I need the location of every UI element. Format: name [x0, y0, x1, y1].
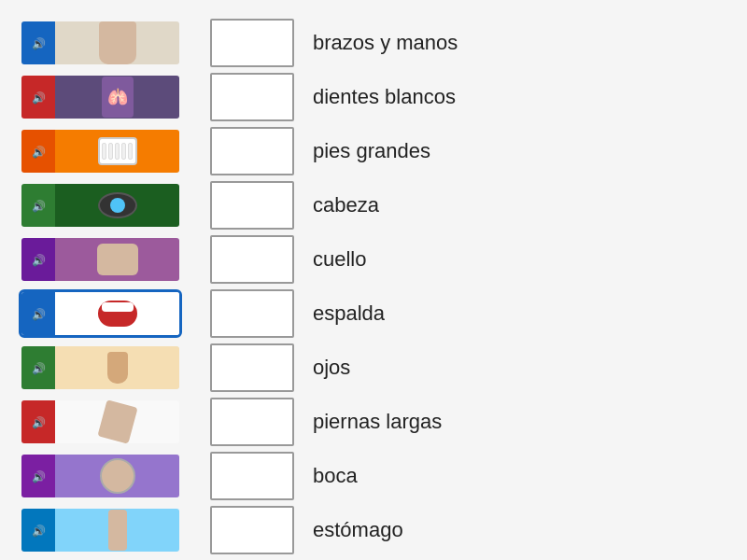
answer-box-3[interactable] [210, 181, 294, 230]
sound-button-3[interactable] [21, 184, 55, 227]
label-0: brazos y manos [313, 19, 728, 67]
cards-column: 🫁 [19, 19, 182, 554]
image-area-6 [55, 346, 179, 389]
image-area-9 [55, 509, 179, 552]
answer-box-0[interactable] [210, 19, 294, 67]
sound-button-6[interactable] [21, 346, 55, 389]
head-image [100, 458, 135, 494]
card-1[interactable]: 🫁 [19, 73, 182, 121]
speaker-icon-1 [32, 90, 46, 105]
card-6[interactable] [19, 343, 182, 392]
teeth-image [98, 137, 137, 165]
speaker-icon-9 [32, 523, 46, 538]
labels-column: brazos y manos dientes blancos pies gran… [313, 19, 728, 554]
image-area-3 [55, 184, 179, 227]
nose-image [107, 352, 128, 384]
eye-image [98, 192, 137, 218]
image-area-2 [55, 130, 179, 173]
label-8: boca [313, 452, 728, 500]
sound-button-5[interactable] [21, 292, 55, 335]
speaker-icon-8 [32, 469, 46, 483]
arm-image [97, 400, 137, 443]
speaker-icon-2 [32, 144, 46, 159]
answer-box-1[interactable] [210, 73, 294, 121]
image-area-4 [55, 238, 179, 281]
label-2: pies grandes [313, 127, 728, 175]
answer-box-2[interactable] [210, 127, 294, 175]
feet-image [97, 244, 138, 275]
label-9: estómago [313, 506, 728, 554]
card-2[interactable] [19, 127, 182, 175]
answer-box-4[interactable] [210, 235, 294, 284]
leg-image [108, 510, 127, 551]
sound-button-2[interactable] [21, 130, 55, 173]
answer-box-6[interactable] [210, 343, 294, 392]
image-area-5 [55, 292, 179, 335]
card-7[interactable] [19, 398, 182, 446]
body-image: 🫁 [102, 77, 134, 118]
speaker-icon-4 [32, 252, 46, 267]
card-4[interactable] [19, 235, 182, 284]
sound-button-0[interactable] [21, 21, 55, 64]
image-area-0 [55, 21, 179, 64]
speaker-icon-3 [32, 198, 46, 213]
label-4: cuello [313, 235, 728, 284]
sound-button-8[interactable] [21, 455, 55, 497]
answer-box-8[interactable] [210, 452, 294, 500]
card-9[interactable] [19, 506, 182, 554]
card-0[interactable] [19, 19, 182, 67]
image-area-8 [55, 455, 179, 497]
sound-button-4[interactable] [21, 238, 55, 281]
card-8[interactable] [19, 452, 182, 500]
answer-box-9[interactable] [210, 506, 294, 554]
label-6: ojos [313, 343, 728, 392]
speaker-icon-0 [32, 35, 46, 50]
sound-button-1[interactable] [21, 76, 55, 119]
label-1: dientes blancos [313, 73, 728, 121]
image-area-1: 🫁 [55, 76, 179, 119]
sound-button-7[interactable] [21, 400, 55, 443]
answer-boxes-column [210, 19, 294, 554]
neck-image [99, 21, 136, 64]
card-5[interactable] [19, 289, 182, 338]
main-container: 🫁 [19, 19, 728, 554]
image-area-7 [55, 400, 179, 443]
label-3: cabeza [313, 181, 728, 230]
right-column: brazos y manos dientes blancos pies gran… [210, 19, 728, 554]
answer-box-5[interactable] [210, 289, 294, 338]
label-7: piernas largas [313, 398, 728, 446]
label-5: espalda [313, 289, 728, 338]
card-3[interactable] [19, 181, 182, 230]
mouth-image [98, 301, 137, 327]
speaker-icon-7 [32, 414, 46, 429]
speaker-icon-5 [32, 306, 46, 321]
sound-button-9[interactable] [21, 509, 55, 552]
answer-box-7[interactable] [210, 398, 294, 446]
speaker-icon-6 [32, 360, 46, 375]
